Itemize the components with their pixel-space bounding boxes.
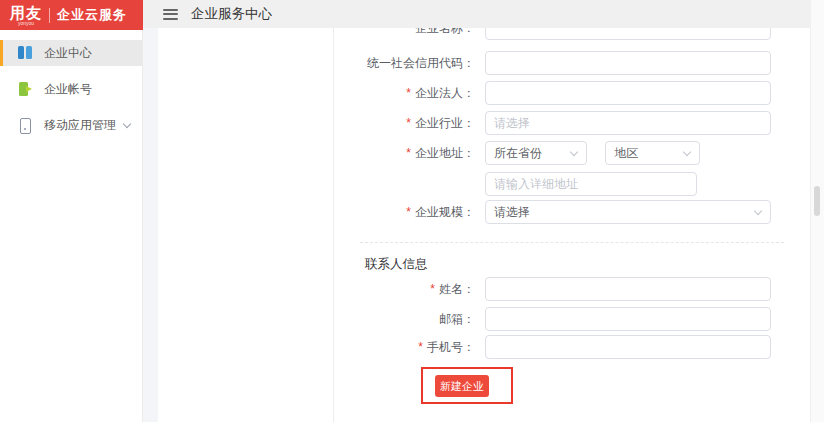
sidebar-item-mobile-app-management[interactable]: 移动应用管理 xyxy=(0,112,142,138)
chevron-down-icon xyxy=(754,207,762,215)
contact-mobile-input[interactable] xyxy=(485,335,771,359)
hamburger-menu-icon[interactable] xyxy=(163,9,178,20)
field-label: 统一社会信用代码： xyxy=(158,51,475,75)
field-label: *手机号： xyxy=(158,335,475,359)
province-select[interactable]: 所在省份 xyxy=(485,141,587,165)
create-enterprise-button[interactable]: 新建企业 xyxy=(435,375,489,397)
form-row-contact-mobile: *手机号： xyxy=(158,335,810,359)
field-label: 企业名称： xyxy=(158,28,475,40)
field-label: *企业地址： xyxy=(158,141,475,165)
logo-separator xyxy=(49,8,50,23)
field-label: *企业行业： xyxy=(158,111,475,135)
field-label: *姓名： xyxy=(158,277,475,301)
yonyou-logo-icon: 用友 yonyou xyxy=(10,5,42,26)
address-detail-input[interactable] xyxy=(485,172,697,196)
industry-select-input[interactable] xyxy=(485,111,771,135)
logo-text-cn: 用友 xyxy=(10,5,42,20)
required-asterisk: * xyxy=(406,205,411,219)
contact-name-input[interactable] xyxy=(485,277,771,301)
sidebar: 用友 yonyou 企业云服务 企业中心 企业帐号 移动应用管理 xyxy=(0,0,143,422)
required-asterisk: * xyxy=(430,282,435,296)
credit-code-input[interactable] xyxy=(485,51,771,75)
mobile-app-icon xyxy=(17,117,33,133)
sidebar-item-label: 移动应用管理 xyxy=(44,117,116,134)
scale-select[interactable]: 请选择 xyxy=(485,200,771,224)
field-label: 邮箱： xyxy=(158,307,475,331)
required-asterisk: * xyxy=(406,86,411,100)
form-row-industry: *企业行业： xyxy=(158,111,810,135)
org-center-icon xyxy=(17,45,33,61)
field-label: *企业规模： xyxy=(158,200,475,224)
form-row-company-name: 企业名称： xyxy=(158,28,810,40)
form-row-credit-code: 统一社会信用代码： xyxy=(158,51,810,75)
app-logo: 用友 yonyou 企业云服务 xyxy=(0,0,143,30)
topbar: 企业服务中心 xyxy=(143,0,810,28)
enterprise-form-panel: 企业名称： 统一社会信用代码： *企业法人： *企业行业： xyxy=(158,28,810,422)
contact-section-title: 联系人信息 xyxy=(365,256,428,273)
form-row-contact-name: *姓名： xyxy=(158,277,810,301)
form-row-address: *企业地址： 所在省份 地区 xyxy=(158,141,810,165)
required-asterisk: * xyxy=(418,340,423,354)
page-title: 企业服务中心 xyxy=(191,5,272,23)
contact-email-input[interactable] xyxy=(485,307,771,331)
form-row-contact-email: 邮箱： xyxy=(158,307,810,331)
annotation-highlight-box: 新建企业 xyxy=(421,367,513,404)
required-asterisk: * xyxy=(406,116,411,130)
legal-person-input[interactable] xyxy=(485,81,771,105)
chevron-down-icon xyxy=(123,119,131,127)
scrollbar-thumb[interactable] xyxy=(814,186,820,216)
district-select[interactable]: 地区 xyxy=(605,141,700,165)
content-gutter xyxy=(143,28,158,422)
sidebar-item-enterprise-center[interactable]: 企业中心 xyxy=(0,40,142,66)
chevron-down-icon xyxy=(570,148,578,156)
account-badge-icon xyxy=(17,81,33,97)
logo-product-name: 企业云服务 xyxy=(57,6,127,24)
company-name-input[interactable] xyxy=(485,28,771,40)
form-row-address-detail xyxy=(158,172,810,196)
sidebar-item-label: 企业帐号 xyxy=(44,81,92,98)
section-divider xyxy=(360,242,784,243)
sidebar-nav: 企业中心 企业帐号 移动应用管理 xyxy=(0,40,142,148)
form-row-legal-person: *企业法人： xyxy=(158,81,810,105)
field-label: *企业法人： xyxy=(158,81,475,105)
sidebar-item-label: 企业中心 xyxy=(44,45,92,62)
chevron-down-icon xyxy=(683,148,691,156)
sidebar-item-enterprise-account[interactable]: 企业帐号 xyxy=(0,76,142,102)
logo-text-en: yonyou xyxy=(18,21,34,26)
scrollbar-track xyxy=(810,0,824,422)
required-asterisk: * xyxy=(406,146,411,160)
form-row-scale: *企业规模： 请选择 xyxy=(158,200,810,224)
